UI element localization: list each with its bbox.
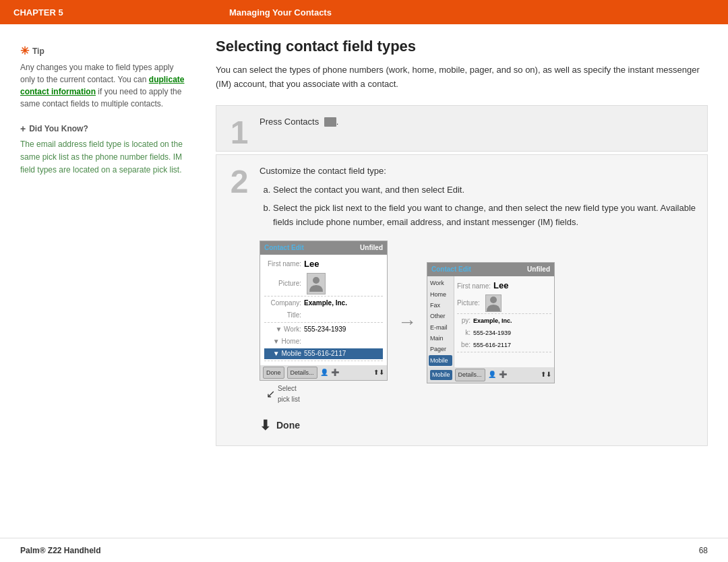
screen-left-done-btn[interactable]: Done	[263, 367, 284, 379]
chapter-title: Managing Your Contacts	[229, 7, 332, 18]
screen-left-firstname-value: Lee	[304, 257, 319, 272]
pick-list-col: Work Home Fax Other E-mail Main Pager Mo…	[427, 276, 454, 367]
screen-left-company-label: Company:	[264, 298, 301, 309]
screen-left-title: Contact Edit	[264, 243, 304, 253]
screen-right-title: Contact Edit	[431, 264, 471, 275]
screen-left-work-value: 555-234-1939	[304, 324, 346, 335]
screen-right-firstname-row: First name: Lee	[457, 279, 551, 293]
screen-right-titlebar: Contact Edit Unfiled	[427, 263, 554, 276]
screen-left-divider2	[264, 322, 383, 323]
screen-right-scroll[interactable]: ⬆⬇	[541, 369, 551, 380]
screen-left-company-row: Company: Example, Inc.	[264, 298, 383, 309]
screen-left-icon2: ➕	[331, 367, 339, 378]
screen-left-company-value: Example, Inc.	[304, 298, 347, 309]
select-arrow-icon: ↙	[266, 385, 275, 403]
pick-work[interactable]: Work	[429, 278, 452, 288]
screen-left: Contact Edit Unfiled First name: Lee Pic…	[260, 241, 388, 381]
pick-other[interactable]: Other	[429, 311, 452, 321]
step-1: 1 Press Contacts .	[216, 105, 708, 152]
screen-left-title-row: Title:	[264, 310, 383, 321]
screen-left-divider3	[264, 361, 383, 361]
screen-right-mobile-value: 555-616-2117	[473, 340, 511, 350]
select-label-row: ↙ Select pick list	[266, 383, 300, 405]
done-label: Done	[276, 418, 300, 433]
select-label: Select pick list	[278, 383, 300, 405]
step-2a: Select the contact you want, and then se…	[273, 183, 698, 197]
section-title: Selecting contact field types	[216, 38, 708, 55]
pick-home[interactable]: Home	[429, 289, 452, 300]
screen-left-mobile-row: ▼ Mobile 555-616-2117	[264, 348, 383, 359]
done-arrow-icon: ⬇	[260, 414, 271, 436]
pick-mobile-selected[interactable]: Mobile	[429, 355, 452, 366]
page-content: ✳ Tip Any changes you make to field type…	[0, 24, 728, 538]
step-1-content: Press Contacts .	[257, 106, 707, 151]
dyk-text: The email address field type is located …	[20, 138, 189, 177]
done-section: ⬇ Done	[260, 414, 698, 436]
step-1-number: 1	[216, 106, 257, 151]
screenshots-row: Contact Edit Unfiled First name: Lee Pic…	[260, 241, 698, 405]
step-2-number: 2	[216, 155, 257, 445]
screen-left-home-row: ▼ Home:	[264, 336, 383, 347]
step-2-content: Customize the contact field type: Select…	[257, 155, 707, 445]
screen-right-divider2	[457, 352, 551, 352]
tip-section: ✳ Tip Any changes you make to field type…	[20, 44, 189, 110]
screen-left-details-btn[interactable]: Details...	[287, 367, 317, 379]
screen-left-unfiled: Unfiled	[360, 243, 383, 253]
sidebar: ✳ Tip Any changes you make to field type…	[0, 38, 202, 538]
screen-left-picture-row: Picture:	[264, 273, 383, 294]
section-intro: You can select the types of phone number…	[216, 63, 708, 92]
did-you-know-section: + Did You Know? The email address field …	[20, 123, 189, 177]
screen-right-work-row: k: 555-234-1939	[457, 327, 551, 338]
screen-right-picture-label: Picture:	[457, 298, 480, 309]
step-2b: Select the pick list next to the field y…	[273, 201, 698, 230]
tip-star-icon: ✳	[20, 44, 29, 57]
screen-left-body: First name: Lee Picture:	[260, 255, 387, 365]
dyk-plus-icon: +	[20, 123, 26, 134]
screen-right-picture-row: Picture:	[457, 294, 551, 312]
screen-left-home-label: ▼ Home:	[264, 336, 301, 347]
screen-left-title-label: Title:	[264, 310, 301, 321]
screen-left-firstname-row: First name: Lee	[264, 257, 383, 272]
contacts-icon	[324, 117, 336, 127]
dyk-label: Did You Know?	[29, 124, 88, 133]
step-2-instruction: Customize the contact field type:	[260, 164, 698, 179]
pick-email[interactable]: E-mail	[429, 322, 452, 333]
screen-right-avatar	[485, 294, 502, 312]
screen-left-work-label: ▼ Work:	[264, 324, 301, 335]
svg-point-1	[490, 296, 497, 303]
screen-left-mobile-label: ▼ Mobile	[264, 348, 301, 359]
chapter-label: CHAPTER 5	[13, 7, 229, 18]
screen-right-work-value: 555-234-1939	[473, 328, 511, 338]
screen-left-footer: Done Details... 👤 ➕ ⬆⬇	[260, 365, 387, 380]
page-footer: Palm® Z22 Handheld 68	[0, 538, 728, 562]
screen-left-avatar	[307, 273, 326, 294]
tip-text: Any changes you make to field types appl…	[20, 61, 189, 110]
screen-right-divider1	[457, 313, 551, 314]
screen-right-firstname-label: First name:	[457, 281, 491, 292]
screen-right-company-label: py:	[457, 315, 471, 326]
svg-point-0	[313, 277, 320, 284]
screen-right-be-label: be:	[457, 340, 471, 350]
pick-main[interactable]: Main	[429, 333, 452, 344]
screen-right-icon2: ➕	[499, 369, 507, 380]
screen-left-firstname-label: First name:	[264, 259, 301, 270]
screen-left-picture-label: Picture:	[264, 278, 301, 289]
arrow-right-icon: →	[398, 307, 417, 338]
screen-right-unfiled: Unfiled	[527, 264, 550, 275]
screen-right-company-value: Example, Inc.	[473, 316, 512, 325]
pick-pager[interactable]: Pager	[429, 344, 452, 354]
screen-right-firstname-value: Lee	[493, 279, 508, 293]
screen-right-icon1: 👤	[488, 369, 496, 380]
screen-right: Contact Edit Unfiled Work Home Fax Other…	[427, 262, 555, 383]
screen-right-footer: Mobile Details... 👤 ➕ ⬆⬇	[427, 367, 554, 382]
screen-left-work-row: ▼ Work: 555-234-1939	[264, 324, 383, 335]
screen-left-divider1	[264, 296, 383, 296]
pick-fax[interactable]: Fax	[429, 300, 452, 311]
step-2: 2 Customize the contact field type: Sele…	[216, 154, 708, 446]
footer-page: 68	[699, 546, 708, 555]
screen-right-details-btn[interactable]: Details...	[455, 369, 485, 381]
screen-left-titlebar: Contact Edit Unfiled	[260, 241, 387, 255]
screen-right-mobile-row: be: 555-616-2117	[457, 340, 551, 350]
screen-left-scroll[interactable]: ⬆⬇	[373, 367, 384, 378]
screen-right-body: Work Home Fax Other E-mail Main Pager Mo…	[427, 276, 554, 367]
